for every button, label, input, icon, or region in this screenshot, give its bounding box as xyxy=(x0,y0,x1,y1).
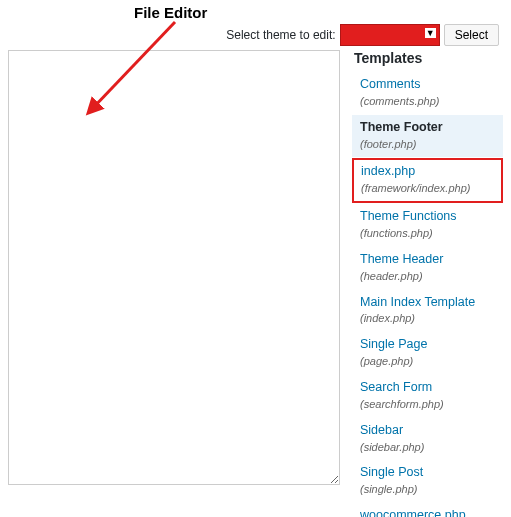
file-name: index.php xyxy=(361,163,496,180)
file-name: Theme Header xyxy=(360,251,497,268)
file-path: (footer.php) xyxy=(360,137,497,152)
theme-selector-bar: Select theme to edit: Select xyxy=(226,24,499,46)
file-item[interactable]: Single Page(page.php) xyxy=(352,332,503,375)
file-item[interactable]: Theme Footer(footer.php) xyxy=(352,115,503,158)
file-path: (functions.php) xyxy=(360,226,497,241)
file-name: woocommerce.php xyxy=(360,507,497,517)
file-name: Theme Footer xyxy=(360,119,497,136)
file-name: Theme Functions xyxy=(360,208,497,225)
file-path: (page.php) xyxy=(360,354,497,369)
file-name: Sidebar xyxy=(360,422,497,439)
file-item[interactable]: woocommerce.php xyxy=(352,503,503,517)
file-item[interactable]: Search Form(searchform.php) xyxy=(352,375,503,418)
file-item[interactable]: Comments(comments.php) xyxy=(352,72,503,115)
file-path: (framework/index.php) xyxy=(361,181,496,196)
file-name: Single Post xyxy=(360,464,497,481)
file-path: (header.php) xyxy=(360,269,497,284)
annotation-file-editor: File Editor xyxy=(134,4,207,21)
file-name: Main Index Template xyxy=(360,294,497,311)
file-item[interactable]: index.php(framework/index.php) xyxy=(352,158,503,203)
file-path: (searchform.php) xyxy=(360,397,497,412)
file-path: (comments.php) xyxy=(360,94,497,109)
theme-select-dropdown[interactable] xyxy=(340,24,440,46)
file-list-sidebar: Templates Comments(comments.php)Theme Fo… xyxy=(340,50,503,515)
file-item[interactable]: Main Index Template(index.php) xyxy=(352,290,503,333)
file-path: (index.php) xyxy=(360,311,497,326)
templates-heading: Templates xyxy=(354,50,503,66)
file-path: (single.php) xyxy=(360,482,497,497)
file-name: Single Page xyxy=(360,336,497,353)
file-editor-textarea[interactable] xyxy=(8,50,340,485)
select-theme-label: Select theme to edit: xyxy=(226,28,335,42)
file-item[interactable]: Theme Functions(functions.php) xyxy=(352,204,503,247)
file-item[interactable]: Single Post(single.php) xyxy=(352,460,503,503)
templates-list: Comments(comments.php)Theme Footer(foote… xyxy=(352,72,503,517)
select-button[interactable]: Select xyxy=(444,24,499,46)
file-item[interactable]: Sidebar(sidebar.php) xyxy=(352,418,503,461)
file-name: Comments xyxy=(360,76,497,93)
file-item[interactable]: Theme Header(header.php) xyxy=(352,247,503,290)
file-path: (sidebar.php) xyxy=(360,440,497,455)
file-name: Search Form xyxy=(360,379,497,396)
